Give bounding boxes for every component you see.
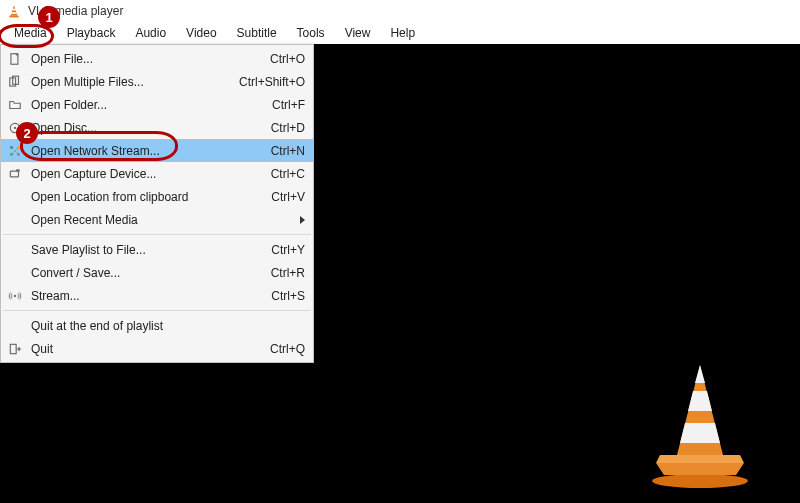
- menubar: Media Playback Audio Video Subtitle Tool…: [0, 22, 800, 44]
- svg-rect-23: [16, 169, 20, 171]
- vlc-logo: [640, 359, 760, 489]
- menu-open-multiple-files[interactable]: Open Multiple Files... Ctrl+Shift+O: [1, 70, 313, 93]
- menu-open-file[interactable]: Open File... Ctrl+O: [1, 47, 313, 70]
- svg-rect-1: [9, 16, 18, 18]
- menu-shortcut: Ctrl+O: [270, 52, 305, 66]
- file-icon: [5, 52, 25, 66]
- menu-shortcut: Ctrl+Shift+O: [239, 75, 305, 89]
- menu-label: Open Capture Device...: [25, 167, 261, 181]
- svg-point-4: [652, 474, 748, 488]
- files-icon: [5, 75, 25, 89]
- menu-convert-save[interactable]: Convert / Save... Ctrl+R: [1, 261, 313, 284]
- menu-tools[interactable]: Tools: [287, 23, 335, 43]
- annotation-badge-2: 2: [16, 122, 38, 144]
- svg-marker-10: [680, 423, 720, 443]
- menu-open-folder[interactable]: Open Folder... Ctrl+F: [1, 93, 313, 116]
- annotation-badge-1: 1: [38, 6, 60, 28]
- folder-icon: [5, 98, 25, 112]
- menu-stream[interactable]: Stream... Ctrl+S: [1, 284, 313, 307]
- media-dropdown: Open File... Ctrl+O Open Multiple Files.…: [0, 44, 314, 363]
- menu-shortcut: Ctrl+Q: [270, 342, 305, 356]
- menu-shortcut: Ctrl+N: [271, 144, 305, 158]
- menu-shortcut: Ctrl+C: [271, 167, 305, 181]
- menu-subtitle[interactable]: Subtitle: [227, 23, 287, 43]
- menu-audio[interactable]: Audio: [125, 23, 176, 43]
- menu-shortcut: Ctrl+V: [271, 190, 305, 204]
- menu-label: Open Folder...: [25, 98, 262, 112]
- menu-shortcut: Ctrl+D: [271, 121, 305, 135]
- menu-quit[interactable]: Quit Ctrl+Q: [1, 337, 313, 360]
- quit-icon: [5, 342, 25, 356]
- menu-separator: [3, 234, 311, 235]
- menu-label: Open Recent Media: [25, 213, 300, 227]
- svg-marker-6: [656, 455, 744, 463]
- menu-label: Stream...: [25, 289, 261, 303]
- titlebar: VLC media player: [0, 0, 800, 22]
- svg-rect-25: [10, 344, 16, 353]
- menu-label: Open File...: [25, 52, 260, 66]
- menu-separator: [3, 310, 311, 311]
- svg-marker-5: [656, 463, 744, 475]
- menu-label: Quit at the end of playlist: [25, 319, 305, 333]
- menu-shortcut: Ctrl+R: [271, 266, 305, 280]
- menu-label: Convert / Save...: [25, 266, 261, 280]
- app-icon: [6, 3, 22, 19]
- menu-shortcut: Ctrl+F: [272, 98, 305, 112]
- menu-save-playlist[interactable]: Save Playlist to File... Ctrl+Y: [1, 238, 313, 261]
- menu-open-recent-media[interactable]: Open Recent Media: [1, 208, 313, 231]
- menu-quit-end-playlist[interactable]: Quit at the end of playlist: [1, 314, 313, 337]
- stream-icon: [5, 289, 25, 303]
- svg-rect-22: [10, 171, 18, 177]
- menu-video[interactable]: Video: [176, 23, 226, 43]
- capture-icon: [5, 167, 25, 181]
- menu-shortcut: Ctrl+Y: [271, 243, 305, 257]
- menu-shortcut: Ctrl+S: [271, 289, 305, 303]
- svg-rect-3: [11, 12, 16, 14]
- svg-rect-2: [12, 9, 16, 11]
- annotation-ring-2: [20, 131, 178, 161]
- menu-label: Save Playlist to File...: [25, 243, 261, 257]
- menu-view[interactable]: View: [335, 23, 381, 43]
- menu-label: Open Location from clipboard: [25, 190, 261, 204]
- menu-label: Open Multiple Files...: [25, 75, 229, 89]
- svg-marker-8: [695, 365, 705, 383]
- menu-open-capture-device[interactable]: Open Capture Device... Ctrl+C: [1, 162, 313, 185]
- menu-open-clipboard[interactable]: Open Location from clipboard Ctrl+V: [1, 185, 313, 208]
- svg-point-24: [14, 294, 16, 296]
- svg-marker-9: [688, 391, 712, 411]
- menu-playback[interactable]: Playback: [57, 23, 126, 43]
- menu-help[interactable]: Help: [380, 23, 425, 43]
- submenu-arrow-icon: [300, 216, 305, 224]
- menu-label: Quit: [25, 342, 260, 356]
